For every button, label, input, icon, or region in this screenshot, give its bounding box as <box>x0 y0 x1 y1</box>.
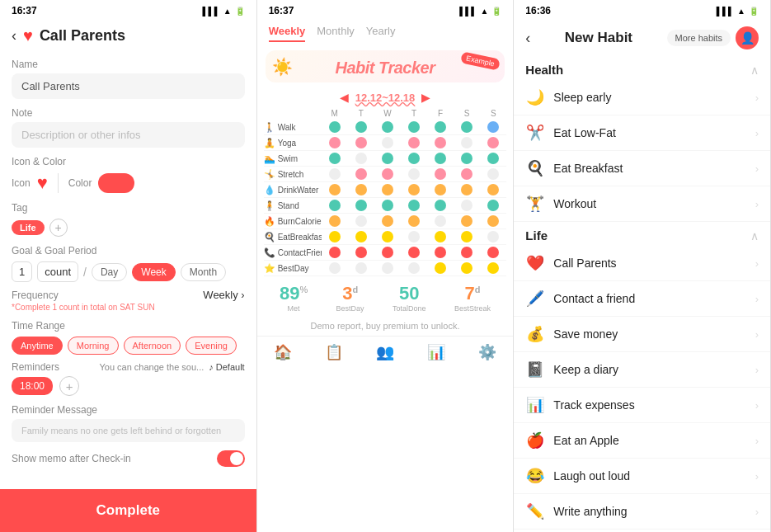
habit-dot[interactable] <box>382 200 393 211</box>
next-date-button[interactable]: ▶ <box>421 91 430 104</box>
habit-dot[interactable] <box>329 153 341 164</box>
section-chevron-icon[interactable]: ∧ <box>750 229 759 242</box>
habit-dot[interactable] <box>435 262 446 274</box>
reminder-time-chip[interactable]: 18:00 <box>12 377 53 395</box>
habit-dot[interactable] <box>435 247 446 258</box>
afternoon-button[interactable]: Afternoon <box>124 337 181 355</box>
habit-dot[interactable] <box>461 200 472 211</box>
habit-dot[interactable] <box>355 231 367 242</box>
name-input[interactable]: Call Parents <box>12 73 245 99</box>
tab-weekly[interactable]: Weekly <box>269 25 306 42</box>
habit-dot[interactable] <box>382 247 393 258</box>
add-tag-button[interactable]: + <box>49 219 68 237</box>
list-item[interactable]: 📊 Track expenses › <box>514 388 770 423</box>
tab-monthly[interactable]: Monthly <box>317 25 355 42</box>
month-button[interactable]: Month <box>181 263 226 281</box>
tab-yearly[interactable]: Yearly <box>366 25 396 42</box>
section-chevron-icon[interactable]: ∧ <box>750 64 759 77</box>
habit-dot[interactable] <box>461 184 472 195</box>
habit-dot[interactable] <box>408 184 420 195</box>
habit-dot[interactable] <box>355 262 367 274</box>
prev-date-button[interactable]: ◀ <box>340 91 349 104</box>
day-button[interactable]: Day <box>92 263 127 281</box>
habit-dot[interactable] <box>408 262 420 274</box>
nav-notes-icon[interactable]: 📋 <box>325 343 343 361</box>
habit-dot[interactable] <box>487 247 499 258</box>
habit-dot[interactable] <box>487 184 499 195</box>
habit-dot[interactable] <box>408 215 420 227</box>
list-item[interactable]: 🖊️ Contact a friend › <box>514 281 770 317</box>
list-item[interactable]: ✏️ Write anything › <box>514 494 770 530</box>
habit-dot[interactable] <box>408 200 420 211</box>
habit-dot[interactable] <box>355 184 367 195</box>
habit-dot[interactable] <box>329 247 341 258</box>
list-item[interactable]: 🌙 Sleep early › <box>514 80 770 115</box>
habit-dot[interactable] <box>355 137 367 148</box>
evening-button[interactable]: Evening <box>186 337 237 355</box>
habit-dot[interactable] <box>382 262 393 274</box>
reminder-msg-input[interactable]: Family means no one gets left behind or … <box>12 419 245 442</box>
habit-dot[interactable] <box>461 168 472 180</box>
habit-dot[interactable] <box>382 184 393 195</box>
habit-dot[interactable] <box>487 121 499 133</box>
show-memo-toggle[interactable] <box>217 450 245 467</box>
color-picker[interactable] <box>98 173 134 193</box>
habit-dot[interactable] <box>487 200 499 211</box>
life-tag[interactable]: Life <box>12 220 45 235</box>
back-button[interactable]: ‹ <box>12 27 16 45</box>
habit-dot[interactable] <box>461 137 472 148</box>
habit-dot[interactable] <box>435 137 446 148</box>
habit-dot[interactable] <box>487 137 499 148</box>
habit-dot[interactable] <box>435 184 446 195</box>
habit-dot[interactable] <box>329 262 341 274</box>
habit-dot[interactable] <box>329 168 341 180</box>
habit-dot[interactable] <box>487 215 499 227</box>
habit-dot[interactable] <box>382 168 393 180</box>
habit-dot[interactable] <box>435 215 446 227</box>
nav-social-icon[interactable]: 👥 <box>376 343 394 361</box>
habit-dot[interactable] <box>408 137 420 148</box>
goal-unit[interactable]: count <box>37 261 78 282</box>
habit-dot[interactable] <box>461 121 472 133</box>
habit-dot[interactable] <box>487 168 499 180</box>
list-item[interactable]: ✂️ Eat Low-Fat › <box>514 115 770 151</box>
list-item[interactable]: 😂 Laugh out loud › <box>514 459 770 494</box>
frequency-value[interactable]: Weekly › <box>203 289 244 301</box>
more-habits-button[interactable]: More habits <box>667 30 731 46</box>
anytime-button[interactable]: Anytime <box>12 337 63 355</box>
habit-dot[interactable] <box>461 247 472 258</box>
habit-dot[interactable] <box>408 231 420 242</box>
habit-dot[interactable] <box>461 215 472 227</box>
list-item[interactable]: 🏋️ Workout › <box>514 186 770 222</box>
habit-dot[interactable] <box>461 262 472 274</box>
complete-button[interactable]: Complete <box>0 489 256 532</box>
list-item[interactable]: 📓 Keep a diary › <box>514 352 770 388</box>
habit-dot[interactable] <box>461 153 472 164</box>
habit-dot[interactable] <box>382 231 393 242</box>
morning-button[interactable]: Morning <box>68 337 119 355</box>
week-button[interactable]: Week <box>132 263 175 281</box>
habit-dot[interactable] <box>329 231 341 242</box>
habit-dot[interactable] <box>355 247 367 258</box>
habit-dot[interactable] <box>382 121 393 133</box>
p3-back-button[interactable]: ‹ <box>525 30 530 47</box>
habit-dot[interactable] <box>487 153 499 164</box>
list-item[interactable]: 🍳 Eat Breakfast › <box>514 151 770 186</box>
habit-dot[interactable] <box>382 153 393 164</box>
nav-settings-icon[interactable]: ⚙️ <box>478 343 496 361</box>
add-reminder-button[interactable]: + <box>59 376 79 396</box>
habit-dot[interactable] <box>329 184 341 195</box>
habit-dot[interactable] <box>355 153 367 164</box>
goal-number[interactable]: 1 <box>12 261 32 282</box>
note-input[interactable]: Description or other infos <box>12 122 245 148</box>
habit-dot[interactable] <box>408 168 420 180</box>
habit-dot[interactable] <box>382 137 393 148</box>
habit-dot[interactable] <box>487 231 499 242</box>
habit-dot[interactable] <box>408 247 420 258</box>
nav-home-icon[interactable]: 🏠 <box>274 343 292 361</box>
habit-dot[interactable] <box>435 168 446 180</box>
habit-dot[interactable] <box>355 215 367 227</box>
habit-dot[interactable] <box>355 121 367 133</box>
habit-dot[interactable] <box>355 168 367 180</box>
list-item[interactable]: ❤️ Call Parents › <box>514 246 770 281</box>
